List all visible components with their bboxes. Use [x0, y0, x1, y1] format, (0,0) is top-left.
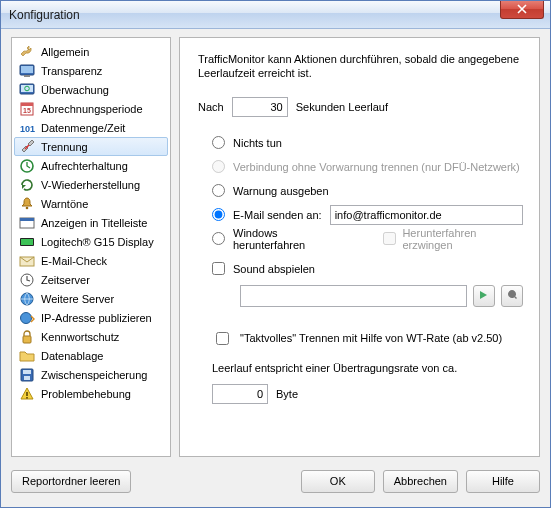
byte-input[interactable] — [212, 384, 268, 404]
sidebar-item-label: Kennwortschutz — [41, 331, 119, 343]
byte-unit: Byte — [276, 388, 298, 400]
radio-email[interactable] — [212, 208, 225, 221]
svg-rect-26 — [26, 397, 28, 399]
sidebar-item-vwiederherstellung[interactable]: V-Wiederherstellung — [14, 175, 168, 194]
email-input[interactable] — [330, 205, 523, 225]
sidebar-item-kennwort[interactable]: Kennwortschutz — [14, 327, 168, 346]
tactful-label: "Taktvolles" Trennen mit Hilfe von WT-Ra… — [240, 332, 502, 344]
sound-path-row — [240, 285, 523, 307]
sidebar-item-label: IP-Adresse publizieren — [41, 312, 152, 324]
after-label: Nach — [198, 101, 224, 113]
radio-nothing[interactable] — [212, 136, 225, 149]
panes: Allgemein Transparenz Überwachung 15 Abr… — [11, 37, 540, 457]
sidebar-item-label: Abrechnungsperiode — [41, 103, 143, 115]
option-warn[interactable]: Warnung ausgeben — [212, 179, 523, 203]
sidebar-item-emailcheck[interactable]: E-Mail-Check — [14, 251, 168, 270]
option-label: Nichts tun — [233, 137, 282, 149]
idle-seconds-input[interactable] — [232, 97, 288, 117]
after-unit: Sekunden Leerlauf — [296, 101, 388, 113]
sidebar-item-label: E-Mail-Check — [41, 255, 107, 267]
idle-equiv-label: Leerlauf entspricht einer Übertragungsra… — [212, 362, 457, 374]
option-disconnect: Verbindung ohne Vorwarnung trennen (nur … — [212, 155, 523, 179]
sidebar-item-allgemein[interactable]: Allgemein — [14, 42, 168, 61]
content-panel: TrafficMonitor kann Aktionen durchführen… — [179, 37, 540, 457]
keepalive-icon — [19, 158, 35, 174]
radio-warn[interactable] — [212, 184, 225, 197]
sidebar-item-datenablage[interactable]: Datenablage — [14, 346, 168, 365]
lock-icon — [19, 329, 35, 345]
sidebar-item-label: Datenmenge/Zeit — [41, 122, 125, 134]
sidebar-item-titelleiste[interactable]: Anzeigen in Titelleiste — [14, 213, 168, 232]
sidebar-item-label: Problembehebung — [41, 388, 131, 400]
svg-rect-21 — [23, 336, 31, 343]
help-button[interactable]: Hilfe — [466, 470, 540, 493]
checkbox-sound[interactable] — [212, 262, 225, 275]
option-shutdown-row: Windows herunterfahren Herunterfahren er… — [212, 227, 523, 251]
wrench-icon — [19, 44, 35, 60]
checkbox-tactful[interactable] — [216, 332, 229, 345]
ok-button[interactable]: OK — [301, 470, 375, 493]
radio-shutdown[interactable] — [212, 232, 225, 245]
watch-icon — [19, 82, 35, 98]
intro-text: TrafficMonitor kann Aktionen durchführen… — [198, 52, 523, 81]
sidebar-item-abrechnungsperiode[interactable]: 15 Abrechnungsperiode — [14, 99, 168, 118]
byte-row: Byte — [212, 384, 523, 404]
option-label: Warnung ausgeben — [233, 185, 329, 197]
sidebar-item-label: V-Wiederherstellung — [41, 179, 140, 191]
sidebar-item-problembehebung[interactable]: Problembehebung — [14, 384, 168, 403]
cancel-button[interactable]: Abbrechen — [383, 470, 458, 493]
sidebar-item-warntoene[interactable]: Warntöne — [14, 194, 168, 213]
sidebar-item-label: Logitech® G15 Display — [41, 236, 154, 248]
browse-icon — [506, 289, 518, 303]
sidebar-item-label: Aufrechterhaltung — [41, 160, 128, 172]
sound-path-input[interactable] — [240, 285, 467, 307]
sidebar-item-label: Zwischenspeicherung — [41, 369, 147, 381]
warning-icon — [19, 386, 35, 402]
sidebar-item-aufrechterhaltung[interactable]: Aufrechterhaltung — [14, 156, 168, 175]
globe-up-icon — [19, 310, 35, 326]
monitor-icon — [19, 63, 35, 79]
sidebar-item-datenmenge[interactable]: 101 Datenmenge/Zeit — [14, 118, 168, 137]
idle-after-row: Nach Sekunden Leerlauf — [198, 97, 523, 117]
sidebar-item-ueberwachung[interactable]: Überwachung — [14, 80, 168, 99]
window-title: Konfiguration — [9, 8, 544, 22]
radio-disconnect — [212, 160, 225, 173]
option-label: Verbindung ohne Vorwarnung trennen (nur … — [233, 161, 520, 173]
sidebar-item-label: Warntöne — [41, 198, 88, 210]
reconnect-icon — [19, 177, 35, 193]
sidebar-item-zwischenspeicherung[interactable]: Zwischenspeicherung — [14, 365, 168, 384]
svg-rect-7 — [21, 103, 33, 106]
sidebar-item-transparenz[interactable]: Transparenz — [14, 61, 168, 80]
svg-rect-14 — [20, 218, 34, 221]
digits-icon: 101 — [19, 120, 35, 136]
svg-rect-16 — [21, 239, 33, 245]
option-label: Sound abspielen — [233, 263, 315, 275]
sidebar-item-label: Überwachung — [41, 84, 109, 96]
sidebar-item-logitech[interactable]: Logitech® G15 Display — [14, 232, 168, 251]
sidebar-item-label: Zeitserver — [41, 274, 90, 286]
option-nothing[interactable]: Nichts tun — [212, 131, 523, 155]
svg-point-20 — [21, 312, 32, 323]
sidebar-item-zeitserver[interactable]: Zeitserver — [14, 270, 168, 289]
globe-icon — [19, 291, 35, 307]
play-icon — [478, 289, 490, 303]
sidebar-item-ip-publizieren[interactable]: IP-Adresse publizieren — [14, 308, 168, 327]
browse-sound-button[interactable] — [501, 285, 523, 307]
clear-report-button[interactable]: Reportordner leeren — [11, 470, 131, 493]
clock-icon — [19, 272, 35, 288]
titlebar: Konfiguration — [1, 1, 550, 29]
mail-icon — [19, 253, 35, 269]
sidebar-item-label: Allgemein — [41, 46, 89, 58]
close-icon — [517, 4, 527, 16]
close-button[interactable] — [500, 1, 544, 19]
calendar-icon: 15 — [19, 101, 35, 117]
svg-rect-25 — [26, 392, 28, 396]
bell-icon — [19, 196, 35, 212]
svg-rect-23 — [23, 370, 31, 374]
sidebar-item-trennung[interactable]: Trennung — [14, 137, 168, 156]
sidebar-item-weitere-server[interactable]: Weitere Server — [14, 289, 168, 308]
svg-rect-2 — [24, 75, 30, 77]
play-sound-button[interactable] — [473, 285, 495, 307]
option-sound[interactable]: Sound abspielen — [212, 257, 523, 281]
option-label: Windows herunterfahren — [233, 227, 347, 251]
